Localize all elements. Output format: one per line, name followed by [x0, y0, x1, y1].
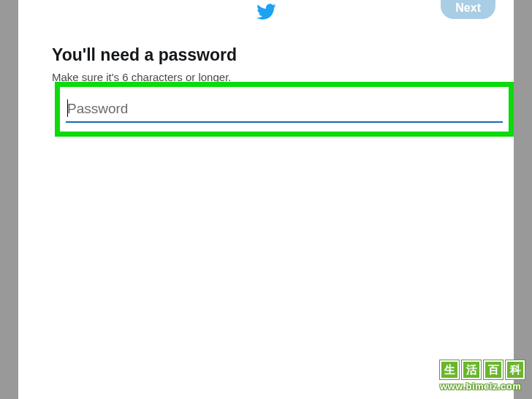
- watermark-char-1: 生: [440, 360, 459, 379]
- modal-content: You'll need a password Make sure it's 6 …: [18, 18, 514, 83]
- watermark: 生 活 百 科 www.bimeiz.com: [440, 360, 525, 392]
- next-button[interactable]: Next: [441, 0, 495, 19]
- watermark-char-2: 活: [462, 360, 481, 379]
- watermark-char-3: 百: [484, 360, 503, 379]
- watermark-char-4: 科: [506, 360, 525, 379]
- text-cursor: [67, 99, 68, 117]
- password-input-wrapper: [66, 96, 503, 123]
- watermark-chars: 生 活 百 科: [440, 360, 525, 379]
- password-highlight: [55, 82, 514, 137]
- watermark-url: www.bimeiz.com: [440, 381, 525, 392]
- modal-header: Next: [18, 0, 514, 18]
- page-title: You'll need a password: [52, 45, 480, 65]
- password-input[interactable]: [66, 96, 503, 123]
- signup-modal: Next You'll need a password Make sure it…: [18, 0, 514, 399]
- twitter-bird-icon: [256, 1, 276, 22]
